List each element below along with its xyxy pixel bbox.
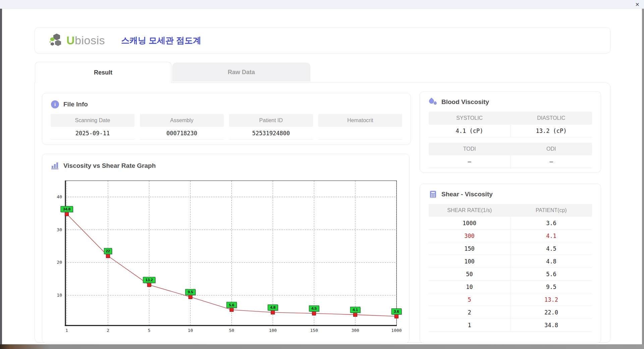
metric-value: –	[511, 155, 592, 168]
shear-viscosity-title: Shear - Viscosity	[441, 191, 493, 198]
metric-header: TODI	[429, 143, 511, 155]
file-info-field: Hematocrit	[318, 114, 402, 140]
file-info-card: i File Info Scanning Date2025-09-11Assem…	[42, 93, 411, 145]
calculator-icon	[429, 190, 437, 199]
hexagon-cluster-icon	[49, 33, 64, 48]
brand-letter-u: U	[66, 34, 75, 47]
field-value: 2025-09-11	[51, 127, 135, 140]
shear-table-row: 1504.5	[429, 242, 592, 255]
brand-logo: Ubiosis	[49, 33, 105, 48]
svg-text:4.8: 4.8	[270, 305, 276, 309]
svg-text:5.6: 5.6	[229, 303, 234, 307]
svg-text:34.8: 34.8	[63, 207, 71, 211]
metric-value: 13.2 (cP)	[511, 124, 592, 137]
window-titlebar: ×	[0, 0, 644, 9]
file-info-field: Patient ID52531924800	[229, 114, 313, 140]
shear-rate-cell: 50	[429, 268, 511, 280]
window-right-edge	[642, 9, 644, 344]
svg-text:300: 300	[351, 328, 359, 333]
blood-viscosity-title: Blood Viscosity	[441, 98, 489, 106]
shear-table-row: 10003.6	[429, 217, 592, 230]
tab-raw-data[interactable]: Raw Data	[172, 63, 310, 82]
field-value	[318, 127, 402, 140]
patient-cp-cell: 4.8	[511, 255, 592, 267]
graph-title: Viscosity vs Shear Rate Graph	[63, 162, 156, 169]
close-icon[interactable]: ×	[635, 0, 639, 8]
tab-result[interactable]: Result	[35, 62, 171, 83]
blood-viscosity-tables: SYSTOLICDIASTOLIC4.1 (cP)13.2 (cP)TODIOD…	[429, 112, 592, 168]
file-info-field: Assembly000718230	[140, 114, 224, 140]
svg-text:20: 20	[57, 260, 62, 265]
shear-rate-cell: 150	[429, 242, 511, 255]
shear-table-row: 3004.1	[429, 230, 592, 242]
brand-name: Ubiosis	[66, 34, 105, 47]
svg-text:22: 22	[106, 249, 110, 253]
svg-text:10: 10	[57, 293, 62, 298]
shear-table-row: 513.2	[429, 293, 592, 306]
blood-viscosity-card: Blood Viscosity SYSTOLICDIASTOLIC4.1 (cP…	[420, 91, 601, 172]
brand-rest: biosis	[75, 34, 105, 47]
shear-rate-cell: 10	[429, 281, 511, 293]
metric-header: DIASTOLIC	[511, 112, 592, 124]
svg-text:40: 40	[57, 194, 62, 199]
svg-text:1000: 1000	[391, 328, 401, 333]
shear-table-row: 134.8	[429, 319, 592, 332]
svg-text:30: 30	[57, 227, 62, 232]
svg-text:4.1: 4.1	[353, 308, 358, 312]
bar-chart-icon	[51, 161, 59, 170]
field-label: Hematocrit	[318, 114, 402, 127]
shear-col-header: SHEAR RATE(1/s)	[429, 204, 511, 217]
metric-header: SYSTOLIC	[429, 112, 511, 124]
file-info-field: Scanning Date2025-09-11	[51, 114, 135, 140]
field-label: Patient ID	[229, 114, 313, 127]
shear-rate-cell: 1	[429, 319, 511, 331]
file-info-fields: Scanning Date2025-09-11Assembly000718230…	[51, 114, 402, 140]
shear-viscosity-card: Shear - Viscosity SHEAR RATE(1/s) PATIEN…	[420, 184, 601, 343]
shear-table: SHEAR RATE(1/s) PATIENT(cp) 10003.63004.…	[429, 204, 592, 332]
svg-text:2: 2	[107, 328, 109, 333]
field-value: 52531924800	[229, 127, 313, 140]
info-icon: i	[51, 100, 59, 109]
blood-viscosity-table: SYSTOLICDIASTOLIC4.1 (cP)13.2 (cP)	[429, 112, 592, 137]
svg-text:9.5: 9.5	[188, 290, 194, 294]
patient-cp-cell: 4.1	[511, 230, 592, 242]
shear-table-row: 1004.8	[429, 255, 592, 268]
patient-cp-cell: 3.6	[511, 217, 592, 229]
shear-rate-cell: 300	[429, 230, 511, 242]
patient-cp-cell: 5.6	[511, 268, 592, 280]
header-card: Ubiosis 스캐닝 모세관 점도계	[35, 27, 610, 53]
metric-value: 4.1 (cP)	[429, 124, 511, 137]
app-title-korean: 스캐닝 모세관 점도계	[121, 35, 201, 46]
svg-text:1: 1	[65, 328, 68, 333]
field-label: Assembly	[140, 114, 224, 127]
patient-cp-cell: 22.0	[511, 306, 592, 318]
svg-text:5: 5	[148, 328, 151, 333]
svg-text:50: 50	[229, 328, 234, 333]
app-window: × Ubiosis 스캐닝 모세관 점도계 Result Raw Data i …	[0, 0, 644, 349]
graph-card: Viscosity vs Shear Rate Graph 1251050100…	[42, 154, 410, 343]
shear-table-row: 505.6	[429, 268, 592, 281]
svg-text:13.2: 13.2	[146, 278, 153, 282]
file-info-title: File Info	[63, 101, 88, 108]
blood-viscosity-table: TODIODI––	[429, 143, 592, 168]
shear-rate-cell: 100	[429, 255, 511, 267]
window-left-edge	[0, 5, 2, 344]
patient-cp-cell: 9.5	[511, 281, 592, 293]
patient-cp-cell: 13.2	[511, 293, 592, 306]
svg-text:100: 100	[269, 328, 277, 333]
viscosity-chart: 125105010015030010001020304034.82213.29.…	[51, 178, 406, 336]
svg-text:10: 10	[188, 328, 193, 333]
shear-table-row: 222.0	[429, 306, 592, 319]
shear-rate-cell: 1000	[429, 217, 511, 229]
window-bottom-edge	[0, 344, 644, 349]
field-value: 000718230	[140, 127, 224, 140]
shear-rate-cell: 5	[429, 293, 511, 306]
metric-value: –	[429, 155, 511, 168]
svg-text:4.5: 4.5	[311, 306, 317, 310]
patient-cp-cell: 34.8	[511, 319, 592, 331]
svg-text:3.6: 3.6	[394, 309, 399, 313]
patient-col-header: PATIENT(cp)	[511, 204, 592, 217]
field-label: Scanning Date	[51, 114, 135, 127]
shear-table-row: 109.5	[429, 281, 592, 293]
water-drops-icon	[429, 98, 437, 106]
